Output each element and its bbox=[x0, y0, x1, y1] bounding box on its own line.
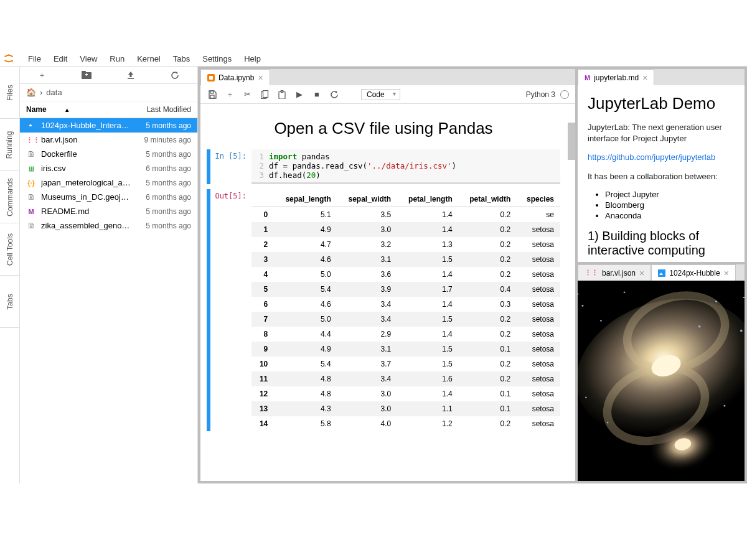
file-row[interactable]: ⊞iris.csv6 months ago bbox=[20, 161, 197, 175]
file-modified: 6 months ago bbox=[146, 164, 191, 173]
sidetab-cell-tools[interactable]: Cell Tools bbox=[0, 223, 19, 276]
close-icon[interactable]: × bbox=[724, 268, 729, 278]
notebook-tabbar: Data.ipynb × bbox=[200, 69, 575, 85]
svg-rect-11 bbox=[263, 90, 268, 97]
breadcrumb[interactable]: 🏠 › data bbox=[20, 84, 197, 101]
md-h1: JupyterLab Demo bbox=[588, 94, 735, 113]
file-row[interactable]: 🗎zika_assembled_geno…5 months ago bbox=[20, 218, 197, 233]
svg-point-2 bbox=[4, 61, 6, 62]
paste-button[interactable] bbox=[276, 89, 288, 100]
file-modified: 5 months ago bbox=[146, 121, 191, 130]
output-table: sepal_lengthsepal_widthpetal_lengthpetal… bbox=[251, 192, 560, 431]
close-icon[interactable]: × bbox=[639, 268, 644, 278]
upload-button[interactable] bbox=[123, 68, 138, 83]
md-link[interactable]: https://github.com/jupyter/jupyterlab bbox=[588, 152, 715, 162]
file-name: bar.vl.json bbox=[41, 135, 139, 144]
copy-button[interactable] bbox=[259, 89, 270, 100]
menu-view[interactable]: View bbox=[74, 52, 103, 65]
menubar: FileEditViewRunKernelTabsSettingsHelp bbox=[0, 51, 747, 67]
sidetab-commands[interactable]: Commands bbox=[0, 171, 19, 223]
json-icon: ⋮⋮ bbox=[26, 135, 36, 144]
hubble-image[interactable] bbox=[578, 281, 745, 481]
svg-point-20 bbox=[740, 330, 743, 332]
table-row: 75.03.41.50.2setosa bbox=[251, 312, 560, 327]
table-row: 124.83.01.40.1setosa bbox=[251, 386, 560, 401]
md-h2: 1) Building blocks of interactive comput… bbox=[588, 229, 735, 258]
refresh-button[interactable] bbox=[167, 68, 182, 83]
tab-hubble-image[interactable]: 1024px-Hubble × bbox=[651, 264, 736, 281]
svg-point-24 bbox=[723, 405, 725, 407]
list-item: Project Jupyter bbox=[605, 190, 735, 199]
scrollbar-thumb[interactable] bbox=[568, 123, 575, 160]
table-header: petal_width bbox=[459, 192, 517, 207]
insert-cell-button[interactable]: ＋ bbox=[224, 89, 235, 100]
new-launcher-button[interactable]: ＋ bbox=[35, 68, 50, 83]
svg-point-19 bbox=[715, 301, 717, 302]
menu-file[interactable]: File bbox=[22, 52, 47, 65]
notebook-toolbar: ＋ ✂ ▶ ■ Code Python 3 bbox=[200, 85, 575, 104]
svg-point-21 bbox=[624, 291, 626, 293]
table-header: species bbox=[517, 192, 560, 207]
menu-run[interactable]: Run bbox=[104, 52, 130, 65]
svg-point-1 bbox=[12, 61, 13, 62]
tab-data-ipynb[interactable]: Data.ipynb × bbox=[200, 69, 270, 85]
save-button[interactable] bbox=[207, 89, 218, 100]
col-modified[interactable]: Last Modified bbox=[147, 105, 191, 114]
input-cell[interactable]: In [5]: 1import pandas 2df = pandas.read… bbox=[207, 149, 560, 184]
file-row[interactable]: 🗎Museums_in_DC.geoj…6 months ago bbox=[20, 190, 197, 204]
file-row[interactable]: ⋮⋮bar.vl.json9 minutes ago bbox=[20, 133, 197, 147]
tab-label: Data.ipynb bbox=[218, 73, 254, 82]
breadcrumb-folder[interactable]: data bbox=[46, 88, 62, 97]
file-row[interactable]: 1024px-Hubble_Intera…5 months ago bbox=[20, 118, 197, 133]
notebook-body[interactable]: Open a CSV file using Pandas In [5]: 1im… bbox=[200, 104, 575, 481]
home-icon[interactable]: 🏠 bbox=[26, 88, 36, 97]
md-p1: JupyterLab: The next generation user int… bbox=[588, 122, 735, 144]
tab-jupyterlab-md[interactable]: M jupyterlab.md × bbox=[578, 69, 654, 85]
file-name: japan_meterological_a… bbox=[41, 178, 141, 187]
stop-button[interactable]: ■ bbox=[311, 89, 322, 100]
file-modified: 5 months ago bbox=[146, 222, 191, 230]
file-browser-toolbar: ＋ bbox=[20, 67, 197, 84]
file-modified: 6 months ago bbox=[146, 193, 191, 202]
file-list-header[interactable]: Name▲ Last Modified bbox=[20, 101, 197, 118]
sidetab-files[interactable]: Files bbox=[0, 67, 19, 119]
table-row: 55.43.91.70.4setosa bbox=[251, 282, 560, 297]
menu-help[interactable]: Help bbox=[238, 52, 266, 65]
svg-rect-9 bbox=[210, 95, 214, 98]
md-icon: M bbox=[26, 207, 36, 216]
in-prompt: In [5]: bbox=[214, 149, 251, 184]
kernel-indicator[interactable]: Python 3 bbox=[526, 90, 569, 99]
md-p2: It has been a collaboration between: bbox=[588, 171, 735, 182]
file-row[interactable]: 🗎Dockerfile5 months ago bbox=[20, 147, 197, 161]
run-button[interactable]: ▶ bbox=[294, 89, 305, 100]
new-folder-button[interactable] bbox=[79, 68, 94, 83]
celltype-select[interactable]: Code bbox=[361, 89, 400, 100]
table-header: petal_length bbox=[397, 192, 459, 207]
menu-tabs[interactable]: Tabs bbox=[167, 52, 195, 65]
sidetab-running[interactable]: Running bbox=[0, 119, 19, 171]
restart-button[interactable] bbox=[329, 89, 340, 100]
tab-bar-vl-json[interactable]: ⋮⋮ bar.vl.json × bbox=[578, 264, 651, 281]
markdown-preview[interactable]: JupyterLab Demo JupyterLab: The next gen… bbox=[578, 85, 745, 262]
image-icon bbox=[658, 269, 665, 277]
yml-icon: {·} bbox=[26, 178, 36, 187]
file-name: README.md bbox=[41, 207, 141, 216]
table-row: 94.93.11.50.1setosa bbox=[251, 342, 560, 357]
menu-edit[interactable]: Edit bbox=[48, 52, 73, 65]
jupyter-logo[interactable] bbox=[0, 51, 17, 67]
file-name: zika_assembled_geno… bbox=[41, 221, 141, 230]
col-name[interactable]: Name bbox=[26, 105, 47, 114]
file-row[interactable]: {·}japan_meterological_a…5 months ago bbox=[20, 175, 197, 190]
menu-kernel[interactable]: Kernel bbox=[131, 52, 166, 65]
close-icon[interactable]: × bbox=[258, 73, 263, 83]
svg-rect-6 bbox=[86, 73, 87, 75]
code-editor[interactable]: 1import pandas 2df = pandas.read_csv('..… bbox=[251, 149, 560, 184]
notebook-icon bbox=[207, 74, 215, 82]
close-icon[interactable]: × bbox=[642, 73, 647, 83]
menu-settings[interactable]: Settings bbox=[197, 52, 237, 65]
svg-point-17 bbox=[581, 305, 583, 307]
file-row[interactable]: MREADME.md5 months ago bbox=[20, 204, 197, 218]
csv-icon: ⊞ bbox=[26, 164, 36, 173]
cut-button[interactable]: ✂ bbox=[242, 89, 253, 100]
sidetab-tabs[interactable]: Tabs bbox=[0, 276, 19, 328]
